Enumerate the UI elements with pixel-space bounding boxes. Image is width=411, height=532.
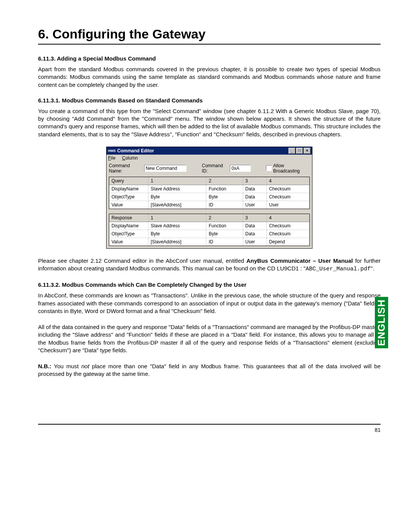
cell: Slave Address [148,222,206,230]
menu-column[interactable]: CColumnolumn [122,155,138,161]
para-6-11-3: Apart from the standard Modbus commands … [38,66,381,89]
cell: User [266,201,309,209]
section-6-11-3-2: 6.11.3.2. Modbus Commands which Can Be C… [38,281,381,288]
chapter-title: 6. Configuring the Gateway [38,27,381,42]
page-number: 81 [38,427,381,433]
cell: [SlaveAddress] [148,201,206,209]
response-header-3: 3 [243,214,266,222]
cell: Value [109,238,148,246]
menubar: FFileile CColumnolumn [107,155,312,161]
cell: Checksum [266,193,309,201]
window-titlebar[interactable]: HMS Command Editor _ □ × [107,147,312,155]
minimize-icon[interactable]: _ [288,148,295,154]
para-6-11-3-2-b: All of the data contained in the query a… [38,323,381,354]
cell: Value [109,201,148,209]
command-name-input[interactable]: New Command [144,165,187,172]
text-bold: AnyBus Communicator – User Manual [247,257,353,264]
command-editor-window: HMS Command Editor _ □ × FFileile CColum… [106,147,312,249]
para-6-11-3-1: You create a command of this type from t… [38,107,381,138]
response-header-4: 4 [266,214,309,222]
cell: Checksum [266,230,309,238]
para-after-figure: Please see chapter 2.12 Command editor i… [38,257,381,273]
section-6-11-3: 6.11.3. Adding a Special Modbus Command [38,55,381,62]
page: 6. Configuring the Gateway 6.11.3. Addin… [0,0,411,452]
cell: User [243,238,266,246]
allow-broadcasting-checkbox[interactable] [266,165,271,171]
text: place more than one "Data" field in any … [38,363,381,377]
text: You must [51,363,81,369]
cell: DisplayName [109,222,148,230]
cell: Slave Address [148,185,206,193]
footer-rule [38,424,381,425]
cell: User [243,201,266,209]
response-grid: Response 1 2 3 4 DisplayName Slave Addre… [109,214,310,246]
para-6-11-3-2-a: In AbcConf, these commands are known as … [38,292,381,315]
nb-label: N.B.: [38,363,51,369]
nb-paragraph: N.B.: You must not place more than one "… [38,363,381,378]
cell: Depend [266,238,309,246]
text: Please see chapter 2.12 Command editor i… [38,257,247,264]
query-grid: Query 1 2 3 4 DisplayName Slave Address … [109,177,310,209]
cell: ID [206,238,243,246]
cell: ID [206,201,243,209]
command-id-input[interactable]: 0xA [230,165,251,172]
section-6-11-3-1: 6.11.3.1. Modbus Commands Based on Stand… [38,97,381,104]
cell: Byte [206,193,243,201]
cell: Checksum [266,222,309,230]
text-italic: not [81,363,89,369]
query-header-4: 4 [266,177,309,185]
cell: Data [243,222,266,230]
response-header-2: 2 [206,214,243,222]
maximize-icon[interactable]: □ [296,148,303,154]
response-header-1: 1 [148,214,206,222]
chapter-rule [38,44,381,45]
label-command-name: Command Name: [109,163,143,174]
label-command-id: Command ID: [202,163,228,174]
cell: Function [206,222,243,230]
text-mono: ABC_User_Manual.pdf [306,266,371,272]
cell: Function [206,185,243,193]
cell: Byte [148,193,206,201]
hms-logo: HMS [108,149,116,153]
cell: ObjectType [109,230,148,238]
query-header-3: 3 [243,177,266,185]
query-header-2: 2 [206,177,243,185]
label-allow-broadcasting: Allow Broadcasting [273,163,310,174]
form-row: Command Name: New Command Command ID: 0x… [107,161,312,177]
cell: Byte [148,230,206,238]
cell: DisplayName [109,185,148,193]
cell: Byte [206,230,243,238]
cell: Data [243,185,266,193]
menu-file[interactable]: FFileile [108,155,115,161]
response-header-0: Response [109,214,148,222]
window-title: Command Editor [117,148,154,153]
cell: Checksum [266,185,309,193]
cell: Data [243,193,266,201]
query-header-0: Query [109,177,148,185]
query-header-1: 1 [148,177,206,185]
text: ". [371,265,374,272]
english-tab: ENGLISH [375,297,388,348]
cell: [SlaveAddress] [148,238,206,246]
cell: ObjectType [109,193,148,201]
cell: Data [243,230,266,238]
close-icon[interactable]: × [304,148,311,154]
